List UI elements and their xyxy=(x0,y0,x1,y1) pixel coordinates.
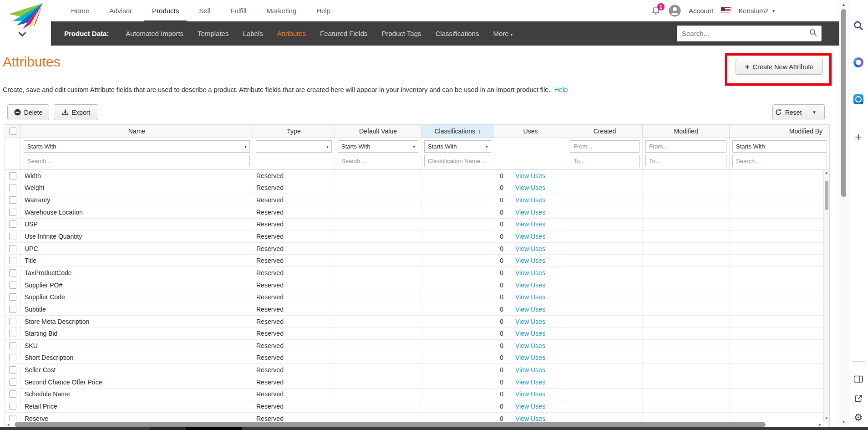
view-uses-link[interactable]: View Uses xyxy=(515,306,545,313)
search-icon[interactable] xyxy=(809,29,817,38)
nav-search-input[interactable] xyxy=(677,30,809,37)
sub-nav-item-featured-fields[interactable]: Featured Fields xyxy=(320,30,367,37)
grid-vertical-scrollbar-thumb[interactable] xyxy=(825,181,828,210)
column-header-name[interactable]: Name xyxy=(21,125,253,138)
grid-horizontal-scrollbar[interactable]: ◄ ► xyxy=(5,421,829,428)
created-to-input[interactable] xyxy=(570,155,640,167)
row-checkbox[interactable] xyxy=(9,209,16,216)
create-new-attribute-button[interactable]: + Create New Attribute xyxy=(736,59,823,75)
outlook-icon[interactable] xyxy=(853,94,863,104)
view-uses-link[interactable]: View Uses xyxy=(515,318,545,325)
grid-horizontal-scrollbar-thumb[interactable] xyxy=(15,422,766,427)
sub-nav-item-automated-imports[interactable]: Automated Imports xyxy=(126,30,183,37)
browser-scrollbar-thumb[interactable] xyxy=(841,9,846,197)
view-uses-link[interactable]: View Uses xyxy=(515,366,545,374)
help-link[interactable]: Help xyxy=(554,86,568,93)
name-search-input[interactable] xyxy=(24,155,250,167)
column-header-classifications[interactable]: Classifications ↑ xyxy=(421,125,494,138)
classifications-operator-select[interactable]: Starts With ▾ xyxy=(424,140,491,153)
type-select[interactable]: ▾ xyxy=(256,140,332,153)
default-value-operator-select[interactable]: Starts With ▾ xyxy=(338,140,418,153)
row-checkbox[interactable] xyxy=(9,233,16,240)
scroll-up-icon[interactable]: ▲ xyxy=(824,170,829,176)
modified-from-input[interactable] xyxy=(645,140,726,153)
avatar[interactable] xyxy=(669,5,681,17)
row-checkbox[interactable] xyxy=(9,282,16,289)
view-uses-link[interactable]: View Uses xyxy=(515,293,545,301)
split-screen-icon[interactable] xyxy=(853,375,863,383)
view-uses-link[interactable]: View Uses xyxy=(515,390,545,398)
row-checkbox[interactable] xyxy=(9,354,16,361)
row-checkbox[interactable] xyxy=(9,184,16,191)
column-header-default-value[interactable]: Default Value xyxy=(335,125,421,138)
nav-search-box[interactable] xyxy=(677,26,822,41)
column-header-uses[interactable]: Uses xyxy=(494,125,567,138)
row-checkbox[interactable] xyxy=(9,306,16,313)
notification-bell-icon[interactable]: 1 xyxy=(651,6,661,16)
tenant-selector[interactable]: Kensium2 xyxy=(738,7,769,15)
row-checkbox[interactable] xyxy=(9,293,16,301)
add-sidebar-item-icon[interactable]: + xyxy=(855,132,862,141)
settings-gear-icon[interactable]: ⚙ xyxy=(854,413,863,423)
view-uses-link[interactable]: View Uses xyxy=(515,257,545,264)
column-header-modified-by[interactable]: Modified By xyxy=(730,125,830,138)
modified-to-input[interactable] xyxy=(645,155,726,167)
sub-nav-item-classifications[interactable]: Classifications xyxy=(436,30,479,37)
modified-by-operator-select[interactable]: Starts With xyxy=(732,140,827,153)
row-checkbox[interactable] xyxy=(9,269,16,276)
top-nav-item-products[interactable]: Products xyxy=(152,7,179,15)
sub-nav-item-templates[interactable]: Templates xyxy=(198,30,228,37)
view-uses-link[interactable]: View Uses xyxy=(515,209,545,216)
column-header-type[interactable]: Type xyxy=(253,125,335,138)
view-uses-link[interactable]: View Uses xyxy=(515,184,545,191)
delete-button[interactable]: Delete xyxy=(7,104,49,120)
default-value-search-input[interactable] xyxy=(338,155,418,167)
view-uses-link[interactable]: View Uses xyxy=(515,220,545,228)
logo-chevron-icon[interactable] xyxy=(19,29,26,37)
top-nav-item-sell[interactable]: Sell xyxy=(199,7,210,15)
sub-nav-item-more[interactable]: More▾ xyxy=(493,30,513,37)
browser-scrollbar[interactable]: ▲ ▼ xyxy=(839,0,848,427)
reset-dropdown-button[interactable]: ▾ xyxy=(804,104,825,120)
scroll-left-icon[interactable]: ◄ xyxy=(6,422,10,428)
row-checkbox[interactable] xyxy=(9,330,16,337)
reset-button[interactable]: Reset xyxy=(772,104,804,120)
view-uses-link[interactable]: View Uses xyxy=(515,379,545,386)
row-checkbox[interactable] xyxy=(9,390,16,398)
name-operator-select[interactable]: Starts With ▾ xyxy=(24,140,250,153)
classification-name-input[interactable] xyxy=(424,155,491,167)
view-uses-link[interactable]: View Uses xyxy=(515,342,545,349)
tenant-caret-icon[interactable]: ▾ xyxy=(772,8,775,13)
scroll-up-icon[interactable]: ▲ xyxy=(839,2,848,8)
top-nav-item-advisor[interactable]: Advisor xyxy=(109,7,132,15)
row-checkbox[interactable] xyxy=(9,257,16,264)
account-link[interactable]: Account xyxy=(689,7,713,15)
view-uses-link[interactable]: View Uses xyxy=(515,172,545,179)
top-nav-item-home[interactable]: Home xyxy=(71,7,89,15)
sub-nav-item-labels[interactable]: Labels xyxy=(243,30,263,37)
row-checkbox[interactable] xyxy=(9,220,16,228)
scroll-down-icon[interactable]: ▼ xyxy=(839,419,848,425)
view-uses-link[interactable]: View Uses xyxy=(515,269,545,276)
scroll-right-icon[interactable]: ► xyxy=(818,422,822,428)
top-nav-item-help[interactable]: Help xyxy=(316,7,330,15)
modified-by-search-input[interactable] xyxy=(732,155,827,167)
row-checkbox[interactable] xyxy=(9,403,16,410)
copilot-icon[interactable] xyxy=(853,57,863,67)
column-header-created[interactable]: Created xyxy=(567,125,643,138)
sidebar-search-icon[interactable] xyxy=(853,20,863,31)
grid-vertical-scrollbar[interactable]: ▲ ▼ xyxy=(823,170,829,422)
column-header-modified[interactable]: Modified xyxy=(643,125,730,138)
sellercloud-logo[interactable] xyxy=(8,2,44,29)
share-icon[interactable] xyxy=(854,394,863,403)
top-nav-item-fulfill[interactable]: Fulfill xyxy=(230,7,246,15)
view-uses-link[interactable]: View Uses xyxy=(515,282,545,289)
row-checkbox[interactable] xyxy=(9,196,16,204)
view-uses-link[interactable]: View Uses xyxy=(515,245,545,252)
top-nav-item-marketing[interactable]: Marketing xyxy=(266,7,296,15)
view-uses-link[interactable]: View Uses xyxy=(515,415,545,422)
row-checkbox[interactable] xyxy=(9,342,16,349)
scroll-down-icon[interactable]: ▼ xyxy=(824,415,829,421)
row-checkbox[interactable] xyxy=(9,172,16,179)
row-checkbox[interactable] xyxy=(9,245,16,252)
